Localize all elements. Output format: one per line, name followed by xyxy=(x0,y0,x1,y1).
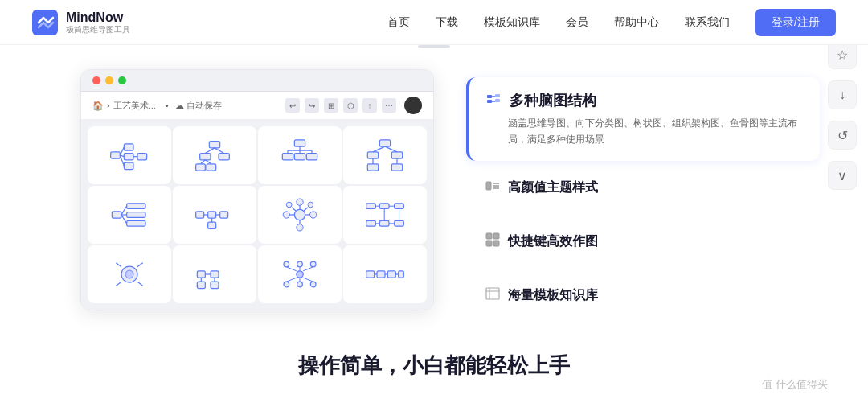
svg-rect-38 xyxy=(127,204,145,209)
login-button[interactable]: 登录/注册 xyxy=(755,9,836,36)
nav-home[interactable]: 首页 xyxy=(387,15,410,30)
svg-rect-10 xyxy=(209,142,219,148)
timeline-icon xyxy=(194,257,235,292)
diagram-cell-12[interactable] xyxy=(343,245,427,303)
svg-line-62 xyxy=(292,208,296,211)
feature-header-3: 海量模板知识库 xyxy=(485,286,804,305)
fishbone-icon xyxy=(109,257,149,292)
svg-rect-40 xyxy=(127,221,145,227)
feature-card-0[interactable]: 多种脑图结构 涵盖思维导图、向下分类图、树状图、组织架构图、鱼骨图等主流布局，满… xyxy=(466,77,820,161)
features-panel: 多种脑图结构 涵盖思维导图、向下分类图、树状图、组织架构图、鱼骨图等主流布局，满… xyxy=(466,69,820,323)
svg-rect-68 xyxy=(379,221,389,227)
diagram-cell-6[interactable] xyxy=(173,186,256,244)
feature-title-1: 高颜值主题样式 xyxy=(508,179,598,196)
brand-tagline: 极简思维导图工具 xyxy=(66,25,130,35)
svg-line-15 xyxy=(205,148,215,154)
history-button[interactable]: ↺ xyxy=(828,121,857,150)
svg-rect-104 xyxy=(377,271,385,278)
svg-point-95 xyxy=(310,282,316,287)
diagram-cell-2[interactable] xyxy=(173,126,256,184)
diagram-cell-5[interactable] xyxy=(88,186,171,244)
svg-rect-121 xyxy=(493,233,499,239)
diagram-cell-4[interactable] xyxy=(343,126,427,184)
svg-point-53 xyxy=(297,224,303,231)
share-btn[interactable]: ⬡ xyxy=(343,98,358,113)
svg-line-80 xyxy=(137,263,143,267)
svg-rect-32 xyxy=(391,164,402,171)
feature-icon-2 xyxy=(485,232,500,251)
bottom-section: 操作简单，小白都能轻松上手 xyxy=(0,339,868,380)
feature-card-3[interactable]: 海量模板知识库 xyxy=(466,273,820,323)
svg-rect-122 xyxy=(486,241,492,246)
nav-help[interactable]: 帮助中心 xyxy=(614,15,659,30)
format-btn[interactable]: ⊞ xyxy=(324,98,338,113)
svg-point-52 xyxy=(297,199,303,205)
svg-rect-83 xyxy=(197,271,205,278)
feature-icon-1 xyxy=(485,179,500,197)
svg-point-94 xyxy=(297,282,303,287)
svg-rect-111 xyxy=(487,100,492,103)
hierarchy-icon xyxy=(365,138,405,173)
svg-rect-116 xyxy=(486,182,491,190)
brand-name: MindNow xyxy=(66,10,130,25)
svg-rect-11 xyxy=(200,154,211,160)
svg-line-82 xyxy=(137,282,143,286)
svg-rect-103 xyxy=(366,271,375,278)
svg-point-96 xyxy=(297,271,303,278)
org-chart-icon xyxy=(280,138,320,173)
nav-links: 首页 下载 模板知识库 会员 帮助中心 联系我们 登录/注册 xyxy=(387,9,836,36)
svg-line-100 xyxy=(286,278,297,282)
feature-card-1[interactable]: 高颜值主题样式 xyxy=(466,166,820,215)
diagram-cell-10[interactable] xyxy=(173,245,256,303)
svg-rect-13 xyxy=(196,164,206,171)
svg-point-56 xyxy=(286,202,292,208)
feature-card-2[interactable]: 快捷键高效作图 xyxy=(466,220,820,269)
tree-map-icon xyxy=(194,138,235,173)
svg-line-33 xyxy=(373,146,385,152)
svg-rect-29 xyxy=(367,152,378,158)
svg-rect-69 xyxy=(395,221,404,227)
sequence-icon xyxy=(365,257,405,292)
svg-rect-3 xyxy=(124,154,133,160)
diagram-cell-11[interactable] xyxy=(258,245,342,303)
export-btn[interactable]: ↑ xyxy=(362,98,377,113)
nav-vip[interactable]: 会员 xyxy=(566,15,588,30)
diagram-cell-7[interactable] xyxy=(258,186,342,244)
svg-point-55 xyxy=(310,212,317,218)
nav-contact[interactable]: 联系我们 xyxy=(685,15,730,30)
svg-rect-110 xyxy=(487,95,492,98)
svg-rect-47 xyxy=(208,222,216,228)
undo-btn[interactable]: ↩ xyxy=(285,98,300,113)
svg-rect-22 xyxy=(306,154,317,160)
bottom-title: 操作简单，小白都能轻松上手 xyxy=(0,352,868,380)
nav-download[interactable]: 下载 xyxy=(436,15,458,30)
diagram-cell-1[interactable] xyxy=(88,126,171,184)
nav-templates[interactable]: 模板知识库 xyxy=(484,15,540,30)
svg-line-43 xyxy=(121,215,127,224)
svg-point-57 xyxy=(308,202,313,208)
user-avatar xyxy=(404,97,422,114)
collapse-button[interactable]: ∨ xyxy=(828,161,857,190)
download-button[interactable]: ↓ xyxy=(828,80,857,109)
feature-header-2: 快捷键高效作图 xyxy=(485,232,804,251)
svg-rect-28 xyxy=(379,140,390,146)
svg-line-81 xyxy=(116,282,121,286)
diagram-cell-8[interactable] xyxy=(343,186,427,244)
svg-rect-30 xyxy=(391,152,402,158)
diagram-cell-3[interactable] xyxy=(258,126,342,184)
redo-btn[interactable]: ↪ xyxy=(305,98,319,113)
feature-desc-0: 涵盖思维导图、向下分类图、树状图、组织架构图、鱼骨图等主流布局，满足多种使用场景 xyxy=(485,115,804,148)
app-window: 🏠 › 工艺美术... • ☁ 自动保存 ↩ ↪ ⊞ ⬡ ↑ ⋯ xyxy=(80,69,434,310)
main-content: 🏠 › 工艺美术... • ☁ 自动保存 ↩ ↪ ⊞ ⬡ ↑ ⋯ xyxy=(0,45,868,339)
feature-title-3: 海量模板知识库 xyxy=(508,287,598,304)
svg-rect-66 xyxy=(395,204,404,209)
more-btn[interactable]: ⋯ xyxy=(382,98,396,113)
svg-rect-86 xyxy=(211,282,219,288)
svg-rect-31 xyxy=(367,164,378,171)
window-titlebar xyxy=(81,70,433,92)
svg-point-93 xyxy=(284,282,289,287)
radial-icon xyxy=(280,197,320,232)
diagram-cell-9[interactable] xyxy=(88,245,171,303)
minimize-dot xyxy=(105,76,113,84)
svg-rect-106 xyxy=(399,271,404,278)
